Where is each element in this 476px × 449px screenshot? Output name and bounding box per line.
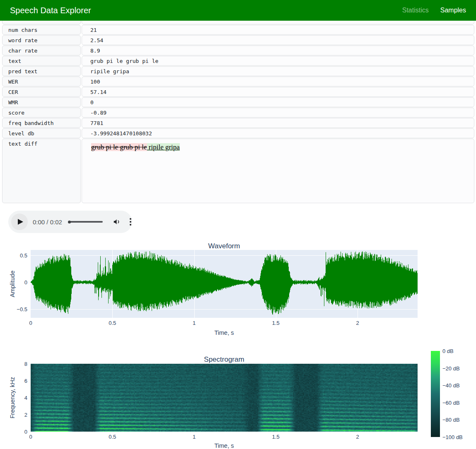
table-row: pred textripile gripa bbox=[2, 66, 474, 76]
waveform-x-tick: 0 bbox=[29, 319, 32, 327]
row-label: pred text bbox=[2, 66, 81, 76]
row-value: -0.89 bbox=[82, 108, 474, 118]
top-nav: Statistics Samples bbox=[402, 7, 466, 14]
row-value: grub pi le grub pi le bbox=[82, 56, 474, 66]
row-label: CER bbox=[2, 87, 81, 97]
table-row: word rate2.54 bbox=[2, 35, 474, 45]
colorbar-tick: 0 dB bbox=[442, 347, 454, 355]
waveform-x-tick: 1.5 bbox=[272, 319, 280, 327]
waveform-y-tick: −0.5 bbox=[2, 305, 27, 313]
spectrogram-x-tick: 0 bbox=[29, 433, 32, 441]
spectrogram-x-tick: 1.5 bbox=[272, 433, 280, 441]
row-label: score bbox=[2, 108, 81, 118]
row-value: 21 bbox=[82, 25, 474, 35]
text-diff: grub pi le grub pi le ripile gripa bbox=[90, 139, 474, 152]
spectrogram-xlabel: Time, s bbox=[31, 442, 418, 449]
waveform-canvas[interactable] bbox=[31, 250, 418, 318]
spectrogram-x-tick: 0.5 bbox=[109, 433, 116, 441]
row-label: text diff bbox=[2, 139, 81, 203]
table-row: text diffgrub pi le grub pi le ripile gr… bbox=[2, 139, 474, 203]
spectrogram-y-tick: 4 bbox=[2, 394, 27, 402]
waveform-y-tick: 0 bbox=[2, 279, 27, 286]
table-row: WER100 bbox=[2, 77, 474, 86]
seek-bar[interactable] bbox=[69, 221, 103, 223]
row-label: level db bbox=[2, 128, 81, 138]
nav-statistics[interactable]: Statistics bbox=[402, 7, 429, 14]
colorbar-tick: −100 dB bbox=[442, 433, 463, 441]
row-value: 57.14 bbox=[82, 87, 474, 97]
audio-player[interactable]: 0:00 / 0:02 bbox=[8, 211, 132, 233]
speech-data-explorer-app: Speech Data Explorer Statistics Samples … bbox=[0, 0, 476, 449]
row-value: 100 bbox=[82, 77, 474, 86]
table-row: score-0.89 bbox=[2, 108, 474, 118]
colorbar-tick: −20 dB bbox=[442, 365, 460, 372]
waveform-y-tick: 0.5 bbox=[2, 252, 27, 259]
row-value: -3.9992481470108032 bbox=[82, 128, 474, 138]
row-value: 2.54 bbox=[82, 35, 474, 45]
waveform-xlabel: Time, s bbox=[31, 329, 418, 336]
diff-added-text: ripile gripa bbox=[147, 143, 180, 151]
row-label: WMR bbox=[2, 97, 81, 107]
sample-attributes-table: num chars21word rate2.54char rate8.9text… bbox=[2, 14, 474, 204]
colorbar-tick: −80 dB bbox=[442, 416, 460, 424]
row-label: num chars bbox=[2, 25, 81, 35]
play-icon bbox=[18, 219, 23, 225]
table-row: freq bandwidth7781 bbox=[2, 118, 474, 128]
row-label: char rate bbox=[2, 46, 81, 55]
waveform-x-tick: 0.5 bbox=[109, 319, 116, 327]
table-row: level db-3.9992481470108032 bbox=[2, 128, 474, 138]
spectrogram-y-tick: 6 bbox=[2, 377, 27, 385]
row-label: WER bbox=[2, 77, 81, 86]
play-button[interactable] bbox=[11, 214, 28, 230]
row-label: freq bandwidth bbox=[2, 118, 81, 128]
spectrogram-y-tick: 2 bbox=[2, 411, 27, 419]
table-row: num chars21 bbox=[2, 25, 474, 35]
spectrogram-title: Spectrogram bbox=[31, 355, 418, 364]
waveform-title: Waveform bbox=[31, 242, 418, 250]
nav-samples[interactable]: Samples bbox=[440, 7, 466, 14]
spectrogram-canvas[interactable] bbox=[31, 364, 418, 432]
spectrogram-x-tick: 2 bbox=[356, 433, 359, 441]
spectrogram-x-tick: 1 bbox=[193, 433, 196, 441]
row-label: text bbox=[2, 56, 81, 66]
colorbar bbox=[431, 351, 440, 437]
row-value: 0 bbox=[82, 97, 474, 107]
waveform-x-tick: 1 bbox=[193, 319, 196, 327]
row-label: word rate bbox=[2, 35, 81, 45]
table-row: char rate8.9 bbox=[2, 46, 474, 55]
table-row: WMR0 bbox=[2, 97, 474, 107]
diff-removed-text: grub pi le grub pi le bbox=[91, 143, 147, 151]
row-value: 7781 bbox=[82, 118, 474, 128]
volume-icon bbox=[113, 218, 121, 226]
spectrogram-y-tick: 8 bbox=[2, 360, 27, 368]
app-title: Speech Data Explorer bbox=[10, 6, 91, 15]
playback-time: 0:00 / 0:02 bbox=[33, 218, 62, 226]
row-value: grub pi le grub pi le ripile gripa bbox=[82, 139, 474, 203]
waveform-x-tick: 2 bbox=[356, 319, 359, 327]
row-value: 8.9 bbox=[82, 46, 474, 55]
spectrogram-y-tick: 0 bbox=[2, 428, 27, 436]
kebab-icon bbox=[130, 218, 131, 220]
row-value: ripile gripa bbox=[82, 66, 474, 76]
audio-menu-button[interactable] bbox=[130, 218, 131, 226]
colorbar-tick: −60 dB bbox=[442, 399, 460, 407]
app-header: Speech Data Explorer Statistics Samples bbox=[0, 0, 476, 21]
volume-button[interactable] bbox=[113, 218, 121, 226]
colorbar-tick: −40 dB bbox=[442, 382, 460, 389]
table-row: textgrub pi le grub pi le bbox=[2, 56, 474, 66]
table-row: CER57.14 bbox=[2, 87, 474, 97]
